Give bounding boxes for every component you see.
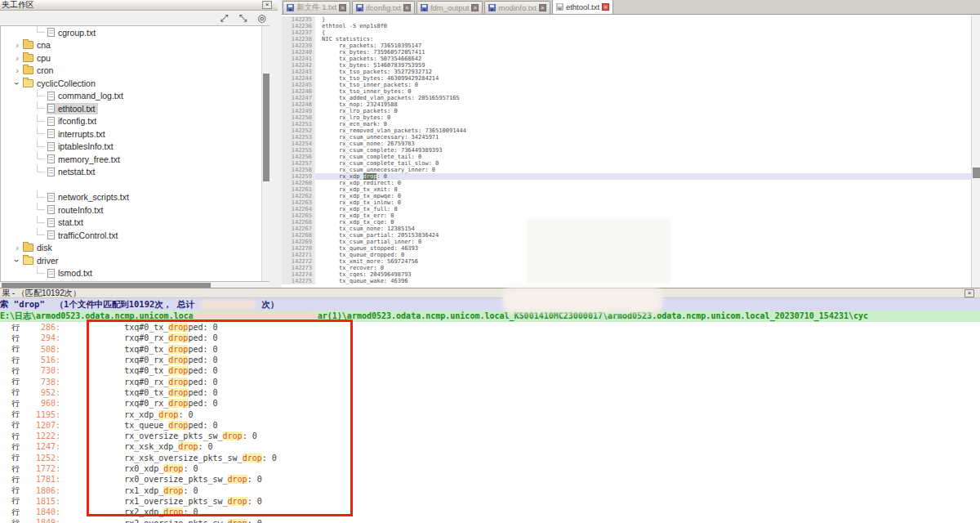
line-text: rx_csum_unnecessary: 34245971 bbox=[315, 134, 972, 141]
tree-item[interactable]: › disk bbox=[1, 242, 270, 255]
line-text: tx_tso_bytes: 463099429284214 bbox=[315, 75, 972, 82]
file-saved-icon bbox=[488, 4, 496, 11]
expand-arrow-icon[interactable]: › bbox=[12, 66, 22, 74]
tree-connector-line bbox=[37, 152, 45, 159]
workspace-panel-close-icon[interactable]: × bbox=[262, 1, 272, 9]
tab-label: fdm_output bbox=[430, 3, 470, 12]
expand-arrow-icon[interactable]: › bbox=[13, 78, 21, 88]
result-line-prefix: 行 bbox=[11, 507, 22, 518]
tab-close-icon[interactable]: × bbox=[539, 4, 546, 11]
editor-line: 142247 tx_added_vlan_packets: 2051659571… bbox=[282, 95, 972, 101]
tree-item-label: disk bbox=[37, 243, 52, 253]
tree-item[interactable]: › cna bbox=[1, 39, 270, 52]
expand-arrow-icon[interactable]: › bbox=[12, 41, 22, 49]
search-result-row[interactable]: 行 1849: rx2_oversize_pkts_sw_drop: 0 bbox=[0, 517, 980, 523]
tree-item[interactable]: routeInfo.txt bbox=[1, 203, 270, 217]
tree-item[interactable]: cgroup.txt bbox=[1, 26, 270, 39]
tree-item[interactable]: ethtool.txt bbox=[1, 102, 270, 115]
line-number: 142251 bbox=[282, 121, 315, 127]
tree-item[interactable]: ifconfig.txt bbox=[1, 115, 270, 128]
tree-item[interactable]: netstat.txt bbox=[1, 166, 270, 179]
line-text: tx_tso_packets: 35272932712 bbox=[315, 69, 972, 75]
expand-all-icon[interactable]: ⤢ bbox=[218, 12, 230, 25]
editor-tab[interactable]: ifconfig.txt × bbox=[352, 1, 415, 14]
line-text: rx_xdp_tx_mpwqe: 0 bbox=[315, 193, 972, 199]
tree-item[interactable]: memory_free.txt bbox=[1, 153, 270, 166]
editor-line: 142261 rx_xdp_tx_xmit: 0 bbox=[282, 186, 972, 193]
line-text: rx_csum_none: 26759783 bbox=[315, 141, 972, 147]
editor-line: 142244 tx_tso_bytes: 463099429284214 bbox=[282, 75, 972, 82]
editor-tab[interactable]: 新文件 1.txt × bbox=[283, 1, 350, 14]
tab-close-icon[interactable]: × bbox=[403, 4, 411, 11]
result-line-number: 1247: bbox=[22, 442, 60, 451]
search-summary-line[interactable]: 索 "drop" （1个文件中匹配到10192次， 总计 次） bbox=[0, 298, 980, 311]
file-icon bbox=[47, 28, 55, 37]
result-line-number: 1772: bbox=[22, 464, 60, 473]
tree-item[interactable]: lsmod.txt bbox=[1, 267, 270, 280]
result-line-number: 1195: bbox=[22, 410, 60, 419]
tree-connector-line bbox=[37, 228, 45, 235]
editor-line: 142251 rx_ecn_mark: 0 bbox=[282, 121, 972, 127]
result-line-prefix: 行 bbox=[11, 495, 22, 507]
locate-current-file-icon[interactable]: ◎ bbox=[256, 12, 268, 25]
file-icon bbox=[47, 117, 55, 126]
result-line-number: 1207: bbox=[22, 421, 60, 430]
results-panel-close-icon[interactable]: × bbox=[964, 289, 974, 297]
expand-arrow-icon[interactable]: › bbox=[12, 244, 22, 252]
line-number: 142244 bbox=[282, 75, 315, 82]
editor-tab[interactable]: modinfo.txt × bbox=[484, 1, 550, 14]
folder-icon bbox=[23, 244, 33, 252]
line-number: 142241 bbox=[282, 56, 315, 62]
line-number: 142257 bbox=[282, 160, 315, 167]
editor-tab[interactable]: fdm_output × bbox=[416, 1, 483, 14]
expand-arrow-icon[interactable]: › bbox=[12, 54, 22, 62]
line-number: 142235 bbox=[282, 16, 315, 23]
tree-item[interactable]: command_log.txt bbox=[1, 90, 270, 103]
editor-tab[interactable]: ethtool.txt × bbox=[552, 0, 613, 14]
tree-item[interactable]: › cron bbox=[1, 65, 270, 78]
editor-vertical-scrollbar-thumb[interactable] bbox=[973, 168, 980, 178]
tree-item[interactable]: iptablesInfo.txt bbox=[1, 141, 270, 154]
tree-item[interactable]: › cpu bbox=[1, 51, 270, 65]
result-line-number: 516: bbox=[22, 355, 60, 364]
tree-item[interactable]: network_scripts.txt bbox=[1, 191, 270, 204]
tree-connector-line bbox=[37, 25, 45, 33]
result-line-number: 1806: bbox=[22, 486, 60, 495]
tree-vertical-scrollbar[interactable] bbox=[261, 26, 270, 282]
tree-item[interactable]: › driver bbox=[1, 254, 270, 267]
tab-close-icon[interactable]: × bbox=[339, 4, 346, 11]
line-number: 142246 bbox=[282, 88, 315, 95]
line-number: 142252 bbox=[282, 127, 315, 134]
tree-item[interactable] bbox=[1, 178, 270, 191]
editor-vertical-scrollbar[interactable] bbox=[971, 15, 980, 288]
editor-line: 142265 rx_xdp_tx_err: 0 bbox=[282, 212, 972, 219]
line-text: tx_added_vlan_packets: 205165957165 bbox=[315, 95, 972, 101]
line-number: 142237 bbox=[282, 29, 315, 36]
tree-item-label: stat.txt bbox=[58, 217, 83, 227]
redaction-patch bbox=[527, 219, 670, 283]
tab-close-icon[interactable]: × bbox=[471, 4, 479, 11]
tree-item[interactable]: trafficControl.txt bbox=[1, 229, 270, 242]
editor-line: 142237 { bbox=[282, 29, 972, 36]
tree-vertical-scrollbar-thumb[interactable] bbox=[263, 74, 270, 181]
tab-close-icon[interactable]: × bbox=[602, 3, 609, 11]
tree-item[interactable]: › cyclicCollection bbox=[1, 77, 270, 90]
tree-item-label: command_log.txt bbox=[58, 91, 123, 101]
result-line-prefix: 行 bbox=[11, 441, 22, 453]
collapse-all-icon[interactable]: ⤡ bbox=[237, 12, 249, 25]
tab-bar: 新文件 1.txt × ifconfig.txt × fdm_output × … bbox=[282, 0, 980, 15]
line-text: rx_bytes: 735960572057411 bbox=[315, 49, 972, 56]
tree-item[interactable]: stat.txt bbox=[1, 217, 270, 230]
result-line-prefix: 行 bbox=[11, 322, 22, 333]
result-line-prefix: 行 bbox=[11, 485, 22, 496]
line-text: rx_xdp_tx_full: 0 bbox=[315, 206, 972, 212]
line-number: 142256 bbox=[282, 154, 315, 160]
expand-arrow-icon[interactable]: › bbox=[13, 256, 21, 266]
tree-item[interactable]: interrupts.txt bbox=[1, 127, 270, 141]
editor-line: 142258 rx_csum_unnecessary_inner: 0 bbox=[282, 167, 972, 173]
result-line-number: 960: bbox=[22, 399, 60, 408]
file-icon bbox=[47, 129, 55, 138]
line-text: ethtool -S enp1s0f0 bbox=[315, 23, 972, 29]
file-icon bbox=[47, 92, 55, 101]
tree-connector-line bbox=[37, 216, 45, 223]
